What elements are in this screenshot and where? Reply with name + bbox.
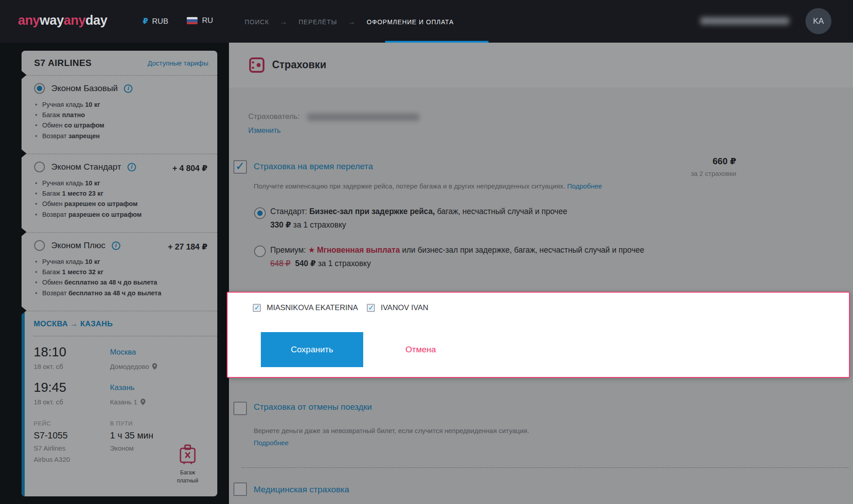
sidebar-airline-header: S7 AIRLINES Доступные тарифы bbox=[22, 51, 217, 75]
segment-departure: 18:10 Москва 18 окт. сб Домодедово bbox=[34, 345, 217, 370]
info-icon[interactable]: i bbox=[112, 241, 120, 250]
divider bbox=[242, 467, 849, 468]
fare-option-econom-plus[interactable]: Эконом Плюс i + 27 184 ₽ Ручная кладь 10… bbox=[22, 232, 217, 311]
breadcrumb-flights[interactable]: ПЕРЕЛЁТЫ bbox=[299, 18, 337, 26]
card-notch bbox=[22, 228, 26, 236]
premium-option[interactable]: Премиум: ★Мгновенная выплата или бизнес-… bbox=[270, 244, 679, 271]
segment-arrival: 19:45 Казань 18 окт. сб Казань 1 bbox=[34, 380, 217, 406]
safe-icon bbox=[249, 57, 265, 73]
save-button[interactable]: Сохранить bbox=[261, 332, 363, 367]
arrival-time: 19:45 bbox=[34, 380, 110, 395]
ruble-icon: ₽ bbox=[143, 17, 148, 26]
cancel-insurance-title[interactable]: Страховка от отмены поездки bbox=[254, 402, 372, 412]
fare-feature: Багаж 1 место 23 кг bbox=[34, 188, 207, 199]
fare-radio[interactable] bbox=[34, 162, 45, 172]
fare-feature: Возврат бесплатно за 48 ч до вылета bbox=[34, 288, 207, 298]
fare-name[interactable]: Эконом Базовый bbox=[51, 83, 118, 93]
checked-checkbox-icon[interactable] bbox=[367, 304, 375, 312]
cancel-insurance-description: Вернете деньги даже за невозвратный биле… bbox=[254, 425, 658, 449]
fare-radio[interactable] bbox=[34, 240, 45, 251]
flight-insurance-title[interactable]: Страховка на время перелета bbox=[254, 162, 373, 171]
price-note: за 2 страховки bbox=[671, 170, 736, 177]
fare-feature: Ручная кладь 10 кг bbox=[34, 257, 207, 267]
flight-label: РЕЙС bbox=[34, 420, 110, 427]
option-old-price: 648 ₽ bbox=[270, 259, 290, 268]
language-selector[interactable]: RU bbox=[187, 16, 213, 25]
operating-airline: S7 Airlines bbox=[34, 444, 110, 452]
fare-feature: Возврат запрещен bbox=[34, 131, 207, 141]
instant-payout-highlight: Мгновенная выплата bbox=[317, 245, 400, 254]
card-notch bbox=[22, 149, 26, 158]
passenger-checkbox-item[interactable]: MIASNIKOVA EKATERINA bbox=[253, 303, 358, 312]
breadcrumb-arrow-icon: → bbox=[280, 18, 288, 26]
duration-label: В ПУТИ bbox=[110, 420, 217, 427]
fare-radio-selected[interactable] bbox=[34, 83, 45, 94]
suitcase-icon bbox=[179, 444, 196, 465]
change-insured-link[interactable]: Изменить bbox=[248, 127, 419, 135]
fare-feature: Возврат разрешен со штрафом bbox=[34, 210, 207, 220]
fare-option-econom-bazovyi[interactable]: Эконом Базовый i Ручная кладь 10 кг Бага… bbox=[22, 75, 217, 153]
flight-insurance-description: Получите компенсацию при задержке рейса,… bbox=[254, 180, 622, 192]
premium-option-radio[interactable] bbox=[254, 245, 266, 257]
fare-option-econom-standart[interactable]: Эконом Стандарт i + 4 804 ₽ Ручная кладь… bbox=[22, 153, 217, 232]
logo-part: any bbox=[18, 13, 40, 27]
fare-feature: Багаж платно bbox=[34, 110, 207, 120]
currency-selector[interactable]: ₽RUB bbox=[143, 17, 168, 26]
card-notch bbox=[22, 71, 26, 79]
avatar-initials: KA bbox=[813, 17, 824, 26]
cancel-link[interactable]: Отмена bbox=[405, 332, 436, 367]
map-pin-icon bbox=[141, 399, 145, 405]
active-tab-underline bbox=[385, 41, 488, 43]
currency-code: RUB bbox=[152, 17, 168, 26]
breadcrumb: ПОИСК → ПЕРЕЛЁТЫ → ОФОРМЛЕНИЕ И ОПЛАТА bbox=[245, 18, 454, 26]
fare-name[interactable]: Эконом Стандарт bbox=[51, 162, 121, 172]
fare-feature: Багаж 1 место 32 кг bbox=[34, 267, 207, 277]
insured-label: Страхователь: bbox=[248, 112, 300, 121]
departure-city[interactable]: Москва bbox=[110, 348, 217, 357]
fare-feature: Ручная кладь 10 кг bbox=[34, 178, 207, 188]
arrival-city[interactable]: Казань bbox=[110, 383, 217, 392]
info-icon[interactable]: i bbox=[124, 84, 132, 93]
cancel-insurance-checkbox[interactable] bbox=[233, 402, 247, 415]
avatar[interactable]: KA bbox=[805, 8, 831, 34]
fare-features: Ручная кладь 10 кг Багаж 1 место 23 кг О… bbox=[34, 178, 207, 220]
logo-part: day bbox=[85, 13, 107, 27]
available-tariffs-link[interactable]: Доступные тарифы bbox=[148, 59, 208, 67]
breadcrumb-search[interactable]: ПОИСК bbox=[245, 18, 269, 26]
checked-checkbox-icon[interactable] bbox=[253, 304, 261, 312]
more-link[interactable]: Подробнее bbox=[254, 439, 289, 447]
russia-flag-icon bbox=[187, 17, 198, 24]
arrival-airport: Казань 1 bbox=[110, 398, 217, 406]
passenger-checkbox-item[interactable]: IVANOV IVAN bbox=[367, 303, 428, 312]
paid-baggage-indicator: Багаж платный bbox=[171, 444, 205, 485]
card-notch bbox=[22, 307, 26, 315]
fare-feature: Обмен со штрафом bbox=[34, 120, 207, 131]
breadcrumb-checkout-active[interactable]: ОФОРМЛЕНИЕ И ОПЛАТА bbox=[367, 18, 454, 26]
insured-person-block: Страхователь: Изменить bbox=[248, 112, 419, 135]
map-pin-icon bbox=[152, 363, 157, 370]
flight-insurance-price: 660 ₽ за 2 страховки bbox=[671, 156, 736, 177]
route-title: МОСКВА → КАЗАНЬ bbox=[25, 311, 217, 336]
insured-name-redacted bbox=[307, 114, 419, 121]
duration-value: 1 ч 35 мин bbox=[110, 430, 217, 441]
standard-option[interactable]: Стандарт: Бизнес-зал при задержке рейса,… bbox=[270, 205, 679, 232]
fare-name[interactable]: Эконом Плюс bbox=[51, 241, 106, 250]
route-arrow-icon: → bbox=[70, 320, 78, 328]
standard-option-radio[interactable] bbox=[254, 207, 266, 219]
option-price: 330 ₽ bbox=[270, 220, 291, 229]
option-price: 540 ₽ bbox=[295, 259, 316, 268]
info-icon[interactable]: i bbox=[128, 163, 136, 171]
anywayanyday-logo[interactable]: anywayanyday bbox=[18, 13, 107, 28]
logo-part: any bbox=[64, 13, 85, 27]
departure-date: 18 окт. сб bbox=[34, 363, 110, 370]
passenger-name: IVANOV IVAN bbox=[381, 303, 428, 312]
medical-insurance-checkbox[interactable] bbox=[233, 482, 247, 496]
flight-insurance-checkbox[interactable] bbox=[233, 160, 247, 174]
more-link[interactable]: Подробнее bbox=[567, 182, 602, 190]
page-title: Страховки bbox=[272, 59, 326, 71]
arrival-date: 18 окт. сб bbox=[34, 398, 110, 406]
logo-part: way bbox=[40, 13, 63, 27]
airline-name: S7 AIRLINES bbox=[34, 58, 92, 68]
fare-feature: Обмен бесплатно за 48 ч до вылета bbox=[34, 277, 207, 288]
medical-insurance-title[interactable]: Медицинская страховка bbox=[254, 485, 349, 495]
